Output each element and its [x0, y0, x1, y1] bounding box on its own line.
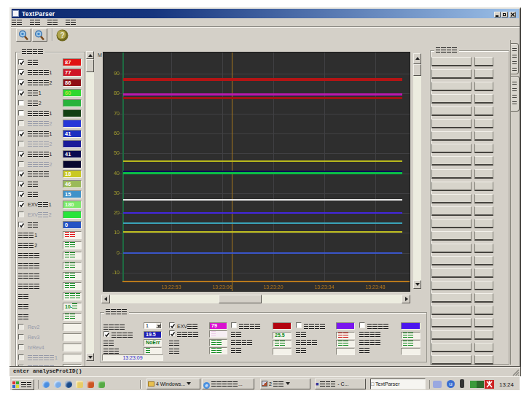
svg-text:?: ? [60, 31, 64, 39]
